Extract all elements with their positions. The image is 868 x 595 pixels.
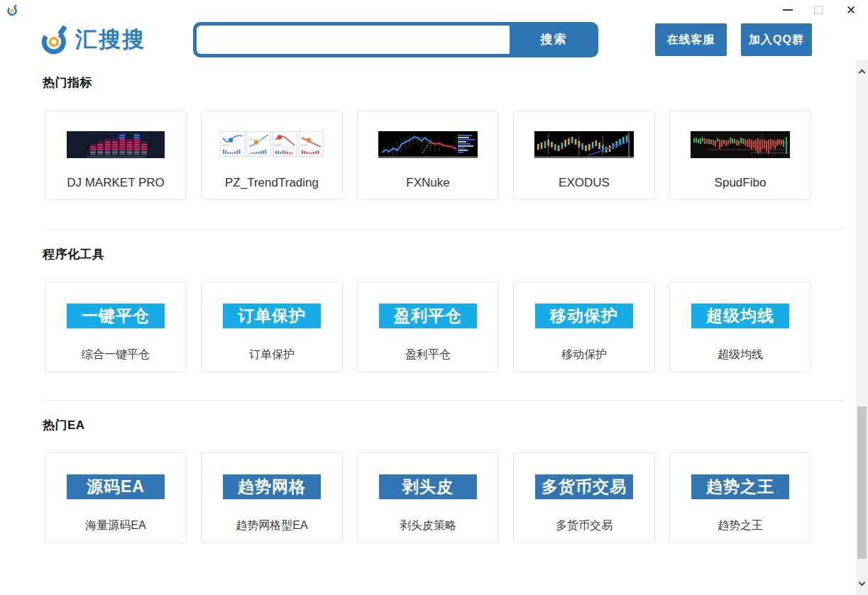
- title-bar: ✕: [0, 0, 868, 20]
- card-exodus[interactable]: EXODUS: [513, 111, 655, 200]
- close-button[interactable]: ✕: [839, 0, 863, 20]
- close-icon: ✕: [846, 4, 856, 16]
- card-label: EXODUS: [514, 176, 654, 190]
- card-trend-king-ea[interactable]: 趋势之王 趋势之王: [669, 452, 811, 543]
- card-scalping-ea[interactable]: 剥头皮 剥头皮策略: [357, 452, 499, 543]
- logo-text: 汇搜搜: [75, 25, 145, 55]
- card-banner: 多货币交易: [535, 474, 633, 499]
- online-service-button[interactable]: 在线客服: [655, 23, 727, 56]
- card-label: DJ MARKET PRO: [45, 176, 186, 190]
- card-label: 剥头皮策略: [358, 518, 498, 533]
- bullseye-logo-icon: [41, 25, 71, 55]
- card-label: PZ_TrendTrading: [202, 176, 342, 190]
- card-banner: 趋势网格: [223, 474, 321, 499]
- card-spudfibo[interactable]: SpudFibo: [669, 111, 811, 200]
- section-title-hot-ea: 热门EA: [43, 417, 85, 433]
- card-trend-grid-ea[interactable]: 趋势网格 趋势网格型EA: [201, 452, 343, 543]
- app-logo-icon: [6, 4, 18, 16]
- app-window: ✕ 汇搜搜 搜索 在线客服 加入QQ群 热门指标: [0, 0, 868, 595]
- logo: 汇搜搜: [41, 23, 145, 56]
- card-label: 移动保护: [514, 347, 654, 362]
- vertical-scrollbar[interactable]: [856, 60, 868, 595]
- card-super-ma[interactable]: 超级均线 超级均线: [669, 282, 811, 372]
- minimize-icon: [783, 9, 793, 11]
- candlestick-fibonacci-thumbnail: [691, 131, 790, 158]
- card-banner: 趋势之王: [691, 474, 789, 499]
- candlestick-trendline-thumbnail: [534, 131, 634, 158]
- card-dj-market-pro[interactable]: DJ MARKET PRO: [45, 111, 187, 200]
- card-fxnuke[interactable]: FXNuke: [357, 111, 499, 200]
- card-label: 订单保护: [202, 347, 342, 362]
- card-banner: 移动保护: [535, 304, 633, 328]
- join-qq-group-button[interactable]: 加入QQ群: [741, 23, 812, 56]
- maximize-icon: [814, 6, 823, 14]
- card-banner: 超级均线: [691, 304, 789, 328]
- card-profit-close[interactable]: 盈利平仓 盈利平仓: [357, 282, 499, 372]
- card-label: 盈利平仓: [358, 347, 498, 362]
- search-button[interactable]: 搜索: [510, 22, 598, 57]
- card-order-protect[interactable]: 订单保护 订单保护: [201, 282, 343, 372]
- chevron-up-icon[interactable]: [859, 69, 866, 77]
- card-banner: 一键平仓: [67, 304, 165, 328]
- card-banner: 订单保护: [223, 304, 321, 328]
- card-label: 综合一键平仓: [45, 347, 186, 362]
- card-pz-trendtrading[interactable]: PZ_TrendTrading: [201, 111, 343, 200]
- card-banner: 剥头皮: [379, 474, 477, 499]
- card-trailing-protect[interactable]: 移动保护 移动保护: [513, 282, 655, 372]
- card-label: 多货币交易: [514, 518, 654, 533]
- card-label: FXNuke: [358, 176, 498, 190]
- currency-strength-meter-thumbnail: [67, 131, 165, 158]
- card-source-ea[interactable]: 源码EA 海量源码EA: [45, 452, 187, 543]
- card-banner: 盈利平仓: [379, 304, 477, 328]
- scrollbar-thumb[interactable]: [857, 406, 867, 559]
- card-label: 海量源码EA: [45, 518, 186, 533]
- minimize-button[interactable]: [776, 0, 800, 20]
- card-label: SpudFibo: [670, 176, 811, 190]
- card-label: 趋势之王: [670, 518, 811, 533]
- search-bar: 搜索: [193, 22, 598, 57]
- section-title-program-tools: 程序化工具: [43, 246, 105, 262]
- section-title-hot-indicators: 热门指标: [43, 74, 92, 91]
- chevron-down-icon[interactable]: [859, 579, 866, 586]
- section-divider: [43, 229, 845, 230]
- card-multi-currency-ea[interactable]: 多货币交易 多货币交易: [513, 452, 655, 543]
- maximize-button[interactable]: [806, 0, 830, 20]
- section-divider: [43, 400, 845, 401]
- card-banner: 源码EA: [67, 474, 165, 499]
- dark-line-chart-thumbnail: [378, 131, 478, 158]
- trend-trading-panels-thumbnail: [220, 131, 324, 157]
- card-one-click-close[interactable]: 一键平仓 综合一键平仓: [45, 282, 187, 372]
- card-label: 超级均线: [670, 347, 811, 362]
- card-label: 趋势网格型EA: [202, 518, 342, 533]
- search-input[interactable]: [197, 26, 510, 54]
